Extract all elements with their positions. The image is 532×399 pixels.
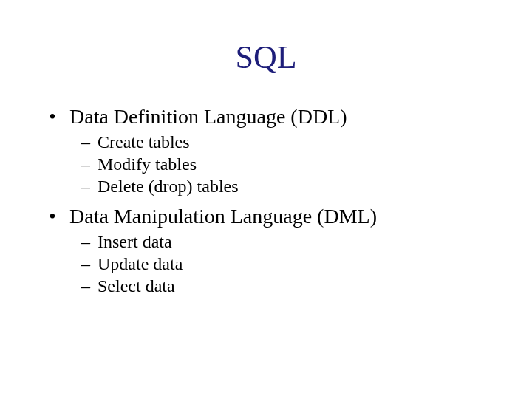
bullet-dml-item: – Select data: [81, 275, 502, 297]
bullet-ddl-heading: • Data Definition Language (DDL): [49, 103, 502, 129]
bullet-dash-icon: –: [81, 275, 98, 297]
bullet-text: Data Manipulation Language (DML): [69, 203, 377, 229]
bullet-dml-heading: • Data Manipulation Language (DML): [49, 203, 502, 229]
bullet-dml-item: – Insert data: [81, 231, 502, 253]
bullet-text: Create tables: [98, 131, 190, 153]
bullet-text: Data Definition Language (DDL): [69, 103, 347, 129]
bullet-dot-icon: •: [49, 103, 69, 129]
bullet-ddl-item: – Delete (drop) tables: [81, 175, 502, 197]
section-ddl: • Data Definition Language (DDL) – Creat…: [49, 103, 502, 197]
bullet-dml-item: – Update data: [81, 253, 502, 275]
bullet-dash-icon: –: [81, 175, 98, 197]
bullet-dash-icon: –: [81, 131, 98, 153]
bullet-dot-icon: •: [49, 203, 69, 229]
bullet-dash-icon: –: [81, 153, 98, 175]
bullet-dash-icon: –: [81, 253, 98, 275]
bullet-text: Insert data: [98, 231, 172, 253]
bullet-dash-icon: –: [81, 231, 98, 253]
section-dml: • Data Manipulation Language (DML) – Ins…: [49, 203, 502, 297]
slide: SQL • Data Definition Language (DDL) – C…: [0, 0, 532, 399]
slide-title: SQL: [0, 38, 532, 76]
slide-body: • Data Definition Language (DDL) – Creat…: [49, 103, 502, 303]
bullet-text: Modify tables: [98, 153, 197, 175]
bullet-ddl-item: – Modify tables: [81, 153, 502, 175]
bullet-text: Select data: [98, 275, 175, 297]
bullet-ddl-item: – Create tables: [81, 131, 502, 153]
bullet-text: Update data: [98, 253, 183, 275]
bullet-text: Delete (drop) tables: [98, 175, 239, 197]
